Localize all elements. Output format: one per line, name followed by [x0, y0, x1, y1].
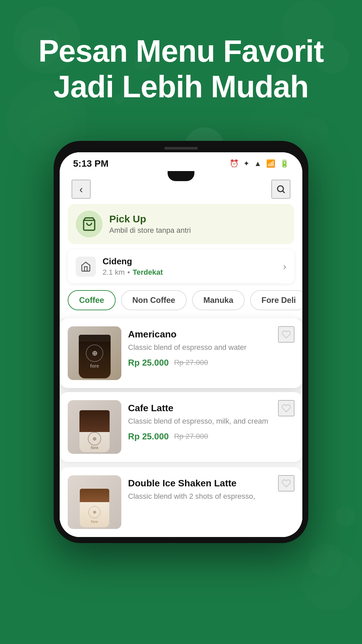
pickup-icon	[76, 211, 103, 237]
cafe-latte-name: Cafe Latte	[128, 403, 294, 414]
shaken-latte-name: Double Ice Shaken Latte	[128, 478, 294, 489]
americano-description: Classic blend of espresso and water	[128, 342, 294, 353]
svg-point-0	[278, 186, 284, 192]
shaken-latte-info: Double Ice Shaken Latte Classic blend wi…	[128, 475, 294, 506]
cafe-latte-price-original: Rp 27.000	[174, 432, 208, 441]
store-badge: Terdekat	[133, 268, 163, 277]
svg-line-1	[283, 191, 285, 193]
americano-image: ⊕ fore	[68, 326, 121, 380]
americano-price-current: Rp 25.000	[128, 358, 169, 368]
bluetooth-icon: ✦	[243, 159, 249, 168]
store-meta: 2.1 km • Terdekat	[103, 268, 277, 277]
cafe-latte-pricing: Rp 25.000 Rp 27.000	[128, 431, 294, 442]
pickup-text: Pick Up Ambil di store tanpa antri	[109, 213, 191, 235]
battery-icon: 🔋	[280, 159, 289, 168]
signal-icon: 📶	[266, 159, 275, 168]
cafe-latte-info: Cafe Latte Classic blend of espresso, mi…	[128, 400, 294, 442]
tab-manuka[interactable]: Manuka	[192, 290, 245, 310]
hero-title: Pesan Menu Favorit Jadi Lebih Mudah	[20, 34, 342, 105]
status-time: 5:13 PM	[73, 158, 109, 169]
pickup-subtitle: Ambil di store tanpa antri	[109, 226, 191, 235]
wifi-icon: ▲	[254, 159, 261, 168]
shaken-latte-image: ⊕ fore	[68, 475, 121, 529]
hero-section: Pesan Menu Favorit Jadi Lebih Mudah	[0, 0, 362, 125]
cafe-latte-wishlist-button[interactable]	[278, 400, 294, 416]
shaken-latte-description: Classic blend with 2 shots of espresso,	[128, 491, 294, 502]
pickup-title: Pick Up	[109, 213, 191, 225]
americano-wishlist-button[interactable]	[278, 326, 294, 342]
cafe-latte-description: Classic blend of espresso, milk, and cre…	[128, 416, 294, 427]
menu-item-shaken-latte: ⊕ fore Double Ice Shaken Latte	[60, 467, 302, 537]
tab-non-coffee[interactable]: Non Coffee	[121, 290, 187, 310]
store-row[interactable]: Cideng 2.1 km • Terdekat ›	[68, 250, 294, 283]
pickup-banner: Pick Up Ambil di store tanpa antri	[68, 204, 294, 244]
americano-name: Americano	[128, 329, 294, 340]
category-tabs: Coffee Non Coffee Manuka Fore Deli	[60, 290, 302, 318]
back-button[interactable]: ‹	[72, 180, 90, 199]
app-content: ‹	[60, 173, 302, 537]
cafe-latte-price-current: Rp 25.000	[128, 431, 169, 442]
cafe-latte-image: ⊕ fore	[68, 400, 121, 454]
menu-item-cafe-latte: ⊕ fore Cafe Latte Classic blend	[60, 392, 302, 462]
store-distance: 2.1 km	[103, 268, 125, 277]
alarm-icon: ⏰	[230, 159, 239, 168]
tab-fore-deli[interactable]: Fore Deli	[250, 290, 302, 310]
menu-item-americano: ⊕ fore Americano Classic blend of espres…	[60, 318, 302, 388]
status-icons: ⏰ ✦ ▲ 📶 🔋	[230, 159, 289, 168]
tab-coffee[interactable]: Coffee	[68, 290, 116, 310]
store-info: Cideng 2.1 km • Terdekat	[103, 256, 277, 277]
status-bar: 5:13 PM ⏰ ✦ ▲ 📶 🔋	[60, 152, 302, 173]
store-icon	[76, 257, 96, 277]
shaken-latte-wishlist-button[interactable]	[278, 475, 294, 491]
store-name: Cideng	[103, 256, 277, 267]
phone-mockup: 5:13 PM ⏰ ✦ ▲ 📶 🔋 ‹	[54, 141, 308, 543]
phone-notch	[168, 171, 194, 181]
menu-section: ⊕ fore Americano Classic blend of espres…	[60, 318, 302, 537]
americano-pricing: Rp 25.000 Rp 27.000	[128, 358, 294, 368]
search-button[interactable]	[272, 180, 290, 199]
americano-price-original: Rp 27.000	[174, 358, 208, 367]
store-chevron-icon: ›	[283, 261, 286, 272]
americano-info: Americano Classic blend of espresso and …	[128, 326, 294, 368]
